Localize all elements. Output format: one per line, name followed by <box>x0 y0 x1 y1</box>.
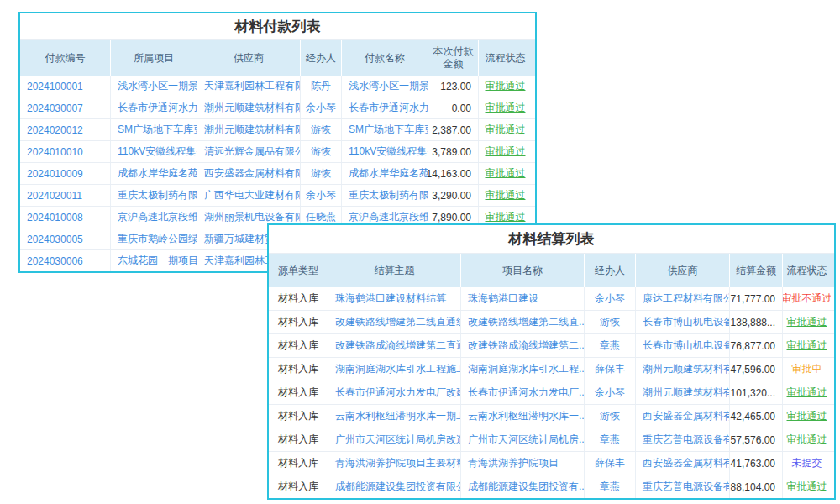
table-link-cell[interactable]: 东城花园一期项目公寓... <box>110 250 197 271</box>
table-link-cell[interactable]: 长春市伊通河水力发电厂... <box>460 381 584 404</box>
table-link-cell[interactable]: 潮州元顺建筑材料有限... <box>197 119 300 140</box>
status-badge[interactable]: 审批通过 <box>782 475 831 498</box>
table-link-cell[interactable]: 薛保丰 <box>584 452 635 475</box>
table-link-cell[interactable]: 改建铁路线增建第二线直... <box>460 311 584 333</box>
table-link-cell[interactable]: 云南水利枢纽潜明水库一期工程施... <box>328 405 460 428</box>
table-link-cell[interactable]: 余小琴 <box>300 97 341 118</box>
table-link-cell[interactable]: 青海洪湖养护院项目 <box>460 452 584 475</box>
table-cell: 88,104.00 <box>729 475 782 498</box>
status-badge[interactable]: 审批通过 <box>478 119 532 140</box>
table-link-cell[interactable]: 2024030007 <box>20 97 110 118</box>
table-link-cell[interactable]: 珠海鹤港口建设材料结算 <box>328 287 460 310</box>
status-badge[interactable]: 审批通过 <box>782 381 831 404</box>
table-link-cell[interactable]: 游恢 <box>300 163 341 184</box>
column-header-payment_table-4: 付款名称 <box>341 40 428 76</box>
status-badge[interactable]: 审批通过 <box>478 76 532 97</box>
table-link-cell[interactable]: SM广场地下车库更换摄... <box>110 119 197 140</box>
table-link-cell[interactable]: 余小琴 <box>300 185 341 206</box>
status-badge[interactable]: 审批通过 <box>478 97 532 118</box>
table-link-cell[interactable]: 湖南洞庭湖水库引水工程... <box>460 358 584 381</box>
table-link-cell[interactable]: 章燕 <box>584 334 635 357</box>
status-badge[interactable]: 审批通过 <box>478 163 532 184</box>
table-link-cell[interactable]: 天津嘉利园林工程有限... <box>197 76 300 97</box>
table-link-cell[interactable]: 潮州元顺建筑材料有... <box>635 358 729 381</box>
table-link-cell[interactable]: 110kV安徽线程集变... <box>341 141 428 162</box>
table-link-cell[interactable]: 110kV安徽线程集变开断... <box>110 141 197 162</box>
table-link-cell[interactable]: 西安盛器金属材料有限... <box>197 163 300 184</box>
table-link-cell[interactable]: 章燕 <box>584 428 635 451</box>
table-link-cell[interactable]: 余小琴 <box>584 287 635 310</box>
table-link-cell[interactable]: 余小琴 <box>584 381 635 404</box>
table-link-cell[interactable]: 2024010010 <box>20 141 110 162</box>
table-link-cell[interactable]: 2024020012 <box>20 119 110 140</box>
table-cell: 2,387.00 <box>428 119 478 140</box>
table-link-cell[interactable]: 成都水岸华庭名苑... <box>341 163 428 184</box>
status-badge[interactable]: 审批通过 <box>478 185 532 206</box>
table-link-cell[interactable]: 青海洪湖养护院项目主要材料结算 <box>328 452 460 475</box>
table-link-cell[interactable]: 改建铁路成渝线增建第二... <box>460 334 584 357</box>
table-link-cell[interactable]: 改建铁路成渝线增建第二直通线（... <box>328 334 460 357</box>
table-link-cell[interactable]: 珠海鹤港口建设 <box>460 287 584 310</box>
table-link-cell[interactable]: 云南水利枢纽潜明水库一... <box>460 405 584 428</box>
table-link-cell[interactable]: 长春市伊通河水力发电厂改建工程... <box>328 381 460 404</box>
status-badge[interactable]: 审批通过 <box>782 334 831 357</box>
table-link-cell[interactable]: 章燕 <box>584 475 635 498</box>
table-link-cell[interactable]: 广州市天河区统计局机房改造项目... <box>328 428 460 451</box>
column-header-settlement_table-5: 结算金额 <box>729 254 782 287</box>
table-link-cell[interactable]: 广西华电大业建材有限... <box>197 185 300 206</box>
table-link-cell[interactable]: 长春市伊通河水力... <box>341 97 428 118</box>
table-link-cell[interactable]: 成都能源建设集团投资有限公司临... <box>328 475 460 498</box>
table-row: 2024020011重庆太极制药有限公司...广西华电大业建材有限...余小琴重… <box>20 185 535 207</box>
table-link-cell[interactable]: 长春市博山机电设备... <box>635 311 729 333</box>
settlement-table: 材料结算列表 源单类型结算主题项目名称经办人供应商结算金额流程状态 材料入库珠海… <box>267 223 836 500</box>
status-badge[interactable]: 审批通过 <box>782 405 831 428</box>
table-link-cell[interactable]: 重庆太极制药有限公司... <box>110 185 197 206</box>
table-link-cell[interactable]: 湖南洞庭湖水库引水工程施工1标材... <box>328 358 460 381</box>
table-link-cell[interactable]: 重庆太极制药有限... <box>341 185 428 206</box>
table-link-cell[interactable]: 长春市博山机电设备... <box>635 334 729 357</box>
table-link-cell[interactable]: 2024020011 <box>20 185 110 206</box>
table-link-cell[interactable]: 改建铁路线增建第二线直通线（成... <box>328 311 460 333</box>
table-link-cell[interactable]: 成都能源建设集团投资有... <box>460 475 584 498</box>
status-badge[interactable]: 审批通过 <box>782 428 831 451</box>
table-link-cell[interactable]: 浅水湾小区一期景... <box>341 76 428 97</box>
table-link-cell[interactable]: 游恢 <box>300 141 341 162</box>
settlement-table-header-row: 源单类型结算主题项目名称经办人供应商结算金额流程状态 <box>269 254 834 287</box>
table-link-cell[interactable]: 2024030005 <box>20 228 110 249</box>
table-link-cell[interactable]: 西安盛器金属材料有... <box>635 405 729 428</box>
table-link-cell[interactable]: 游恢 <box>584 311 635 333</box>
table-link-cell[interactable]: 2024100001 <box>20 76 110 97</box>
table-link-cell[interactable]: 2024010009 <box>20 163 110 184</box>
table-link-cell[interactable]: 重庆市鹅岭公园绿化景... <box>110 228 197 249</box>
table-link-cell[interactable]: 2024010008 <box>20 207 110 228</box>
status-badge[interactable]: 审批通过 <box>478 141 532 162</box>
table-link-cell[interactable]: 潮州元顺建筑材料有限... <box>197 97 300 118</box>
table-link-cell[interactable]: 重庆艺普电源设备有... <box>635 475 729 498</box>
table-link-cell[interactable]: 广州市天河区统计局机房... <box>460 428 584 451</box>
table-row: 材料入库成都能源建设集团投资有限公司临...成都能源建设集团投资有...章燕重庆… <box>269 475 834 498</box>
table-row: 材料入库云南水利枢纽潜明水库一期工程施...云南水利枢纽潜明水库一...游恢西安… <box>269 405 834 428</box>
table-link-cell[interactable]: 浅水湾小区一期景观提... <box>110 76 197 97</box>
table-link-cell[interactable]: 2024030006 <box>20 250 110 271</box>
table-link-cell[interactable]: 西安盛器金属材料有... <box>635 452 729 475</box>
status-badge[interactable]: 审批通过 <box>782 311 831 333</box>
table-row: 材料入库青海洪湖养护院项目主要材料结算青海洪湖养护院项目薛保丰西安盛器金属材料有… <box>269 452 834 475</box>
table-link-cell[interactable]: 清远光辉金属品有限公司 <box>197 141 300 162</box>
table-link-cell[interactable]: 薛保丰 <box>584 358 635 381</box>
table-link-cell[interactable]: 游恢 <box>300 119 341 140</box>
table-cell: 42,465.00 <box>729 405 782 428</box>
table-link-cell[interactable]: 陈丹 <box>300 76 341 97</box>
column-header-payment_table-1: 所属项目 <box>110 40 197 76</box>
table-link-cell[interactable]: 潮州元顺建筑材料有... <box>635 381 729 404</box>
table-link-cell[interactable]: 成都水岸华庭名苑项目... <box>110 163 197 184</box>
table-link-cell[interactable]: 游恢 <box>584 405 635 428</box>
table-link-cell[interactable]: SM广场地下车库更... <box>341 119 428 140</box>
table-link-cell[interactable]: 康达工程材料有限公司 <box>635 287 729 310</box>
table-cell: 材料入库 <box>269 452 328 475</box>
table-cell: 101,320... <box>729 381 782 404</box>
table-link-cell[interactable]: 京沪高速北京段维修 <box>110 207 197 228</box>
table-cell: 3,290.00 <box>428 185 478 206</box>
table-link-cell[interactable]: 重庆艺普电源设备有... <box>635 428 729 451</box>
table-row: 材料入库长春市伊通河水力发电厂改建工程...长春市伊通河水力发电厂...余小琴潮… <box>269 381 834 405</box>
table-link-cell[interactable]: 长春市伊通河水力发电... <box>110 97 197 118</box>
